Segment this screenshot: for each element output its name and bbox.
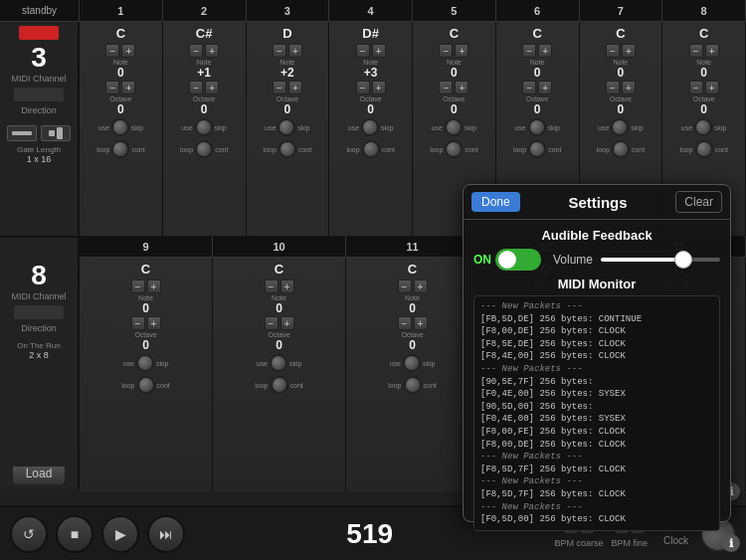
note-minus-6[interactable]: −	[522, 44, 536, 58]
reset-button[interactable]: ↺	[10, 515, 48, 553]
octave-minus-7[interactable]: −	[606, 81, 620, 94]
note-plus-1[interactable]: +	[121, 44, 135, 58]
note-minus-3[interactable]: −	[273, 44, 286, 58]
loop-knob-1[interactable]	[111, 140, 129, 158]
use-knob-9[interactable]	[136, 354, 154, 372]
note-minus-8[interactable]: −	[689, 44, 703, 58]
loop-knob-7[interactable]	[612, 140, 630, 158]
bpm-coarse-label: BPM coarse	[554, 538, 603, 548]
octave-plus-5[interactable]: +	[455, 81, 468, 94]
clear-button[interactable]: Clear	[675, 191, 722, 213]
note-plus-8[interactable]: +	[705, 44, 719, 58]
octave-plus-7[interactable]: +	[622, 81, 636, 94]
note-minus-11[interactable]: −	[398, 280, 412, 293]
octave-controls-4: − +	[356, 81, 386, 94]
next-button[interactable]: ⏭	[147, 515, 185, 553]
loop-knob-4[interactable]	[362, 140, 380, 158]
octave-plus-9[interactable]: +	[147, 316, 161, 330]
note-minus-10[interactable]: −	[265, 280, 279, 293]
note-plus-4[interactable]: +	[372, 44, 386, 58]
midi-log-line: [F8,5D,7F] 256 bytes: CLOCK	[480, 488, 713, 501]
use-knob-10[interactable]	[270, 354, 287, 372]
midi-log-line: [F8,00,FE] 256 bytes: CLOCK	[480, 426, 713, 439]
octave-minus-1[interactable]: −	[105, 81, 119, 94]
note-plus-5[interactable]: +	[455, 44, 468, 58]
play-button[interactable]: ▶	[101, 515, 139, 553]
loop-knob-11[interactable]	[404, 376, 422, 394]
note-plus-9[interactable]: +	[147, 280, 161, 293]
note-controls-2: − +	[189, 44, 219, 58]
note-plus-6[interactable]: +	[538, 44, 552, 58]
direction-control[interactable]	[14, 88, 64, 101]
track-num-8: 8	[662, 0, 746, 21]
loop-knob-5[interactable]	[445, 140, 463, 158]
octave-minus-8[interactable]: −	[689, 81, 703, 94]
use-knob-3[interactable]	[278, 118, 295, 136]
midi-monitor-title: MIDI Monitor	[473, 277, 720, 291]
midi-log-line: --- New Packets ---	[480, 501, 713, 514]
use-knob-6[interactable]	[528, 118, 546, 136]
use-knob-11[interactable]	[403, 354, 421, 372]
octave-minus-10[interactable]: −	[265, 316, 279, 330]
midi-log-line: [F8,4E,00] 256 bytes: CLOCK	[480, 350, 713, 363]
volume-label: Volume	[553, 253, 593, 267]
octave-plus-4[interactable]: +	[372, 81, 386, 94]
note-minus-5[interactable]: −	[439, 44, 453, 58]
note-label-9: Note	[138, 294, 153, 301]
octave-plus-1[interactable]: +	[121, 81, 135, 94]
octave-plus-6[interactable]: +	[538, 81, 552, 94]
octave-minus-5[interactable]: −	[439, 81, 453, 94]
octave-minus-2[interactable]: −	[189, 81, 203, 94]
bpm-fine-label: BPM fine	[611, 538, 648, 548]
note-label-8: Note	[696, 59, 711, 66]
octave-plus-3[interactable]: +	[288, 81, 302, 94]
midi-log[interactable]: --- New Packets ---[FB,5D,DE] 256 bytes:…	[473, 295, 720, 531]
note-minus-9[interactable]: −	[131, 280, 145, 293]
note-minus-2[interactable]: −	[189, 44, 203, 58]
octave-label-5: Octave	[443, 95, 465, 102]
use-knob-8[interactable]	[694, 118, 712, 136]
stop-button[interactable]: ■	[56, 515, 93, 553]
loop-knob-6[interactable]	[528, 140, 546, 158]
track-10: C − + Note 0 − + Octave 0 use skip loop …	[213, 258, 346, 491]
loop-knob-8[interactable]	[695, 140, 713, 158]
note-controls-1: − +	[105, 44, 135, 58]
track-number-cols: 12345678	[80, 0, 746, 21]
note-controls-11: − +	[398, 280, 428, 293]
octave-minus-6[interactable]: −	[522, 81, 536, 94]
octave-minus-9[interactable]: −	[131, 316, 145, 330]
octave-minus-3[interactable]: −	[273, 81, 286, 94]
octave-plus-8[interactable]: +	[705, 81, 719, 94]
use-knob-2[interactable]	[195, 118, 213, 136]
octave-minus-4[interactable]: −	[356, 81, 370, 94]
note-plus-11[interactable]: +	[414, 280, 428, 293]
audible-feedback-toggle[interactable]	[495, 249, 541, 271]
note-minus-7[interactable]: −	[606, 44, 620, 58]
midi-log-line: --- New Packets ---	[480, 475, 713, 488]
octave-plus-10[interactable]: +	[280, 316, 294, 330]
note-minus-4[interactable]: −	[356, 44, 370, 58]
use-knob-7[interactable]	[611, 118, 629, 136]
octave-minus-11[interactable]: −	[398, 316, 412, 330]
done-button[interactable]: Done	[471, 192, 520, 212]
note-plus-3[interactable]: +	[288, 44, 302, 58]
volume-slider[interactable]	[601, 258, 720, 262]
note-plus-10[interactable]: +	[280, 280, 294, 293]
note-minus-1[interactable]: −	[105, 44, 119, 58]
note-plus-2[interactable]: +	[205, 44, 219, 58]
use-knob-5[interactable]	[445, 118, 463, 136]
note-plus-7[interactable]: +	[622, 44, 636, 58]
use-knob-1[interactable]	[111, 118, 129, 136]
use-knob-4[interactable]	[361, 118, 379, 136]
track-num-4: 4	[329, 0, 413, 21]
loop-knob-9[interactable]	[137, 376, 155, 394]
toggle-on-label: ON	[473, 253, 491, 267]
note-name-7: C	[616, 26, 625, 41]
loop-knob-2[interactable]	[195, 140, 213, 158]
loop-knob-10[interactable]	[271, 376, 288, 394]
direction-control-2[interactable]	[14, 305, 64, 319]
loop-knob-3[interactable]	[279, 140, 296, 158]
octave-plus-11[interactable]: +	[414, 316, 428, 330]
standby-button[interactable]	[19, 26, 59, 40]
octave-plus-2[interactable]: +	[205, 81, 219, 94]
